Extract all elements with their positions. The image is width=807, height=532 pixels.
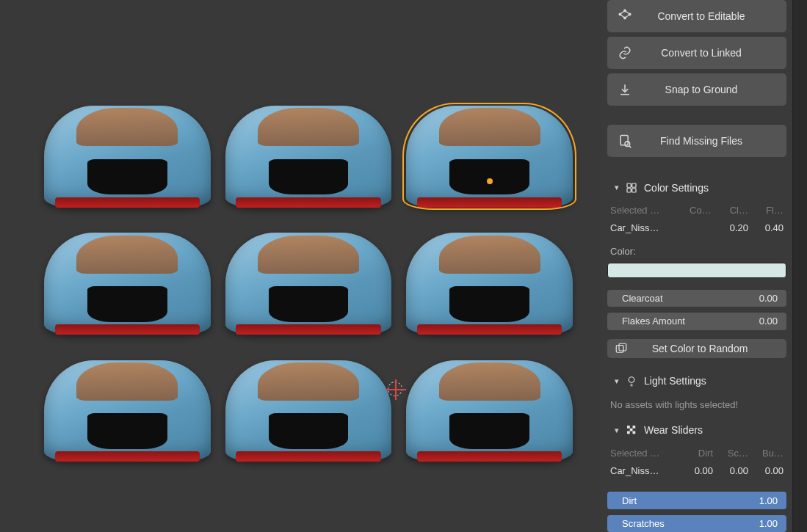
light-settings-header[interactable]: ▾ Light Settings xyxy=(601,370,792,390)
find-missing-button[interactable]: Find Missing Files xyxy=(607,125,786,157)
svg-rect-15 xyxy=(630,429,633,431)
svg-rect-16 xyxy=(627,431,630,434)
slider-label: Scratches xyxy=(622,518,665,529)
dice-icon xyxy=(615,342,628,355)
light-empty-text: No assets with lights selected! xyxy=(601,395,792,415)
cell-clear: 0.20 xyxy=(716,222,748,233)
cell-flakes: 0.40 xyxy=(751,222,784,233)
col-scratches: Sc… xyxy=(716,448,748,459)
right-tab-strip[interactable] xyxy=(792,0,807,532)
checker-icon xyxy=(625,423,638,437)
button-label: Snap to Ground xyxy=(644,84,779,95)
table-header: Selected … Co… Cl… Fl… xyxy=(607,202,786,219)
svg-point-3 xyxy=(624,17,626,19)
search-file-icon xyxy=(615,134,635,148)
dirt-slider[interactable]: Dirt 1.00 xyxy=(607,492,786,509)
slider-value: 0.00 xyxy=(759,293,778,304)
slider-value: 0.00 xyxy=(759,316,778,327)
chevron-down-icon: ▾ xyxy=(615,426,619,435)
table-row[interactable]: Car_Niss… 0.20 0.40 xyxy=(607,219,786,237)
download-icon xyxy=(615,82,635,97)
cursor-3d-icon xyxy=(388,382,402,396)
table-row[interactable]: Car_Niss… 0.00 0.00 0.00 xyxy=(607,462,786,479)
set-color-random-button[interactable]: Set Color to Random xyxy=(607,339,786,359)
col-flakes: Fl… xyxy=(751,205,784,216)
button-label: Find Missing Files xyxy=(644,135,779,147)
car-instance[interactable] xyxy=(37,350,218,477)
color-settings-header[interactable]: ▾ Color Settings xyxy=(601,177,792,197)
car-instance-selected[interactable] xyxy=(399,95,580,222)
car-instance[interactable] xyxy=(399,222,580,349)
cell-name: Car_Niss… xyxy=(610,465,678,476)
cell-bumps: 0.00 xyxy=(751,465,784,476)
table-header: Selected … Dirt Sc… Bu… xyxy=(607,444,786,462)
svg-point-2 xyxy=(619,13,621,15)
svg-point-1 xyxy=(629,13,631,15)
wear-table: Selected … Dirt Sc… Bu… Car_Niss… 0.00 0… xyxy=(607,444,786,479)
chevron-down-icon: ▾ xyxy=(615,376,619,386)
svg-rect-9 xyxy=(632,188,636,192)
chevron-down-icon: ▾ xyxy=(615,183,619,192)
cell-scratches: 0.00 xyxy=(716,465,748,476)
palette-icon xyxy=(625,181,638,194)
scratches-slider[interactable]: Scratches 1.00 xyxy=(607,515,786,532)
convert-editable-button[interactable]: Convert to Editable xyxy=(607,0,786,32)
col-bumps: Bu… xyxy=(751,448,784,459)
button-label: Convert to Linked xyxy=(644,47,779,59)
slider-value: 1.00 xyxy=(759,495,778,506)
svg-rect-8 xyxy=(627,188,631,192)
viewport-3d[interactable] xyxy=(0,0,601,532)
section-title: Light Settings xyxy=(644,375,706,387)
color-table: Selected … Co… Cl… Fl… Car_Niss… 0.20 0.… xyxy=(607,202,786,237)
svg-rect-17 xyxy=(633,431,636,434)
car-instance[interactable] xyxy=(218,95,399,222)
svg-rect-10 xyxy=(616,346,623,353)
flakes-slider[interactable]: Flakes Amount 0.00 xyxy=(607,313,786,329)
cell-name: Car_Niss… xyxy=(610,222,687,233)
svg-rect-11 xyxy=(619,343,626,351)
lightbulb-icon xyxy=(625,374,638,387)
svg-rect-7 xyxy=(632,183,636,187)
car-instance[interactable] xyxy=(399,350,580,477)
svg-point-12 xyxy=(629,377,634,383)
svg-rect-6 xyxy=(627,183,631,187)
col-color: Co… xyxy=(690,205,713,216)
button-label: Convert to Editable xyxy=(644,10,779,22)
convert-linked-button[interactable]: Convert to Linked xyxy=(607,37,786,69)
col-selected: Selected … xyxy=(610,448,678,459)
color-picker[interactable] xyxy=(607,263,786,279)
col-selected: Selected … xyxy=(610,205,687,216)
slider-label: Flakes Amount xyxy=(622,316,685,327)
slider-value: 1.00 xyxy=(759,518,778,529)
color-label: Color: xyxy=(601,241,792,258)
svg-rect-4 xyxy=(620,136,628,145)
slider-label: Dirt xyxy=(622,495,637,506)
svg-rect-13 xyxy=(627,426,630,429)
section-title: Wear Sliders xyxy=(644,424,703,436)
car-instance[interactable] xyxy=(37,222,218,349)
side-panel: Convert to Editable Convert to Linked Sn… xyxy=(601,0,792,532)
button-label: Set Color to Random xyxy=(635,343,779,354)
snap-ground-button[interactable]: Snap to Ground xyxy=(607,73,786,106)
clearcoat-slider[interactable]: Clearcoat 0.00 xyxy=(607,290,786,307)
car-instance[interactable] xyxy=(37,95,218,222)
car-instance[interactable] xyxy=(218,222,399,349)
cell-dirt: 0.00 xyxy=(681,465,713,476)
mesh-convert-icon xyxy=(615,9,635,23)
svg-rect-14 xyxy=(633,426,636,429)
car-grid xyxy=(37,95,580,477)
col-clearcoat: Cl… xyxy=(716,205,748,216)
wear-sliders-header[interactable]: ▾ Wear Sliders xyxy=(601,419,792,440)
col-dirt: Dirt xyxy=(681,448,713,459)
link-icon xyxy=(615,45,635,60)
slider-label: Clearcoat xyxy=(622,293,663,304)
car-instance[interactable] xyxy=(218,350,399,477)
section-title: Color Settings xyxy=(644,182,709,194)
svg-point-0 xyxy=(624,10,626,12)
